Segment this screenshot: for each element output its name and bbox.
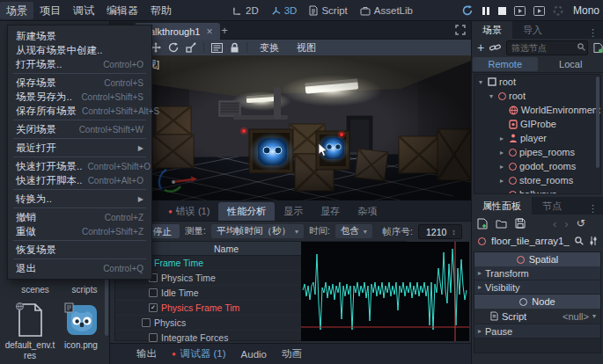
menu-item-save-scene[interactable]: 保存场景Control+S <box>8 76 151 90</box>
tree-item-pipes-rooms[interactable]: ▸ pipes_rooms <box>474 145 600 159</box>
tree-scrollbar[interactable] <box>596 76 599 168</box>
tree-item-godot-rooms[interactable]: ▸ godot_rooms <box>474 159 600 173</box>
expand-icon[interactable]: ▸ <box>497 163 506 171</box>
workspace-3d-button[interactable]: 3D <box>266 5 303 16</box>
profiler-graph[interactable] <box>301 242 469 341</box>
tree-item-worldenvironment[interactable]: WorldEnvironment <box>474 103 600 117</box>
dock-menu-icon[interactable]: ⋮ <box>583 27 603 39</box>
play-scene-button[interactable] <box>514 6 526 16</box>
section-transform[interactable]: ▸ Transform <box>474 266 600 280</box>
measure-dropdown[interactable]: 平均帧时间（秒） ▾ <box>211 224 304 238</box>
output-button[interactable]: 输出 <box>136 347 157 360</box>
load-resource-folder-icon[interactable] <box>496 219 507 229</box>
distraction-free-icon[interactable] <box>455 25 466 35</box>
filter-nodes-input[interactable] <box>506 40 588 55</box>
replay-button[interactable] <box>461 4 474 17</box>
history-back-icon[interactable]: ‹ <box>553 217 556 230</box>
menu-item-new-scene[interactable]: 新建场景 <box>8 29 151 43</box>
menu-item-revert-scene[interactable]: 恢复场景 <box>8 243 151 257</box>
folder-scenes[interactable]: scenes <box>10 285 61 295</box>
menu-debug[interactable]: 调试 <box>67 2 100 19</box>
tree-item-hallways[interactable]: ▸ hallways <box>474 187 600 194</box>
chevron-down-icon[interactable]: ▾ <box>592 312 596 320</box>
section-visibility[interactable]: ▸ Visibility <box>474 280 600 295</box>
workspace-script-button[interactable]: Script <box>304 5 352 16</box>
remote-button[interactable]: Remote <box>473 57 538 71</box>
file-default-env-icon[interactable] <box>16 302 44 338</box>
tab-video-mem[interactable]: 显存 <box>312 202 349 221</box>
folder-scripts[interactable]: scripts <box>59 285 110 295</box>
new-resource-icon[interactable] <box>477 218 488 229</box>
history-forward-icon[interactable]: › <box>564 217 568 230</box>
expand-icon[interactable]: ▸ <box>497 149 506 157</box>
frame-number-spinbox[interactable]: 1210 ↕ <box>418 224 462 239</box>
category-spatial[interactable]: Spatial <box>474 252 600 266</box>
tab-monitors[interactable]: 显示 <box>275 202 312 221</box>
play-custom-scene-button[interactable] <box>533 6 545 16</box>
tree-item-player[interactable]: ▸ player <box>474 131 600 145</box>
tree-item-store-rooms[interactable]: ▸ store_rooms <box>474 173 600 187</box>
file-default-env-label[interactable]: default_env.tres <box>4 340 55 361</box>
search-icon[interactable] <box>575 237 584 245</box>
menu-item-undo[interactable]: 撤销Control+Z <box>8 210 151 224</box>
tab-inspector[interactable]: 属性面板 <box>472 197 532 215</box>
audio-button[interactable]: Audio <box>241 349 267 360</box>
save-resource-icon[interactable] <box>515 218 526 229</box>
tab-profiler[interactable]: 性能分析 <box>218 202 275 221</box>
pause-button[interactable] <box>482 6 490 16</box>
menu-editor[interactable]: 编辑器 <box>100 2 144 19</box>
menu-item-quit[interactable]: 退出Control+Q <box>8 261 151 275</box>
inspector-options-sliders-icon[interactable] <box>589 237 598 245</box>
rotate-tool-icon[interactable] <box>168 42 179 53</box>
menu-item-quick-open-scene[interactable]: 快速打开场景..Control+Shift+O <box>8 159 151 173</box>
workspace-assetlib-button[interactable]: AssetLib <box>355 5 418 16</box>
expand-icon[interactable]: ▸ <box>497 177 506 185</box>
expand-icon[interactable]: ▸ <box>497 191 506 195</box>
menu-item-new-inherited-scene[interactable]: 从现有场景中创建.. <box>8 43 151 57</box>
history-icon[interactable]: ↺ <box>577 217 585 229</box>
menu-item-open-scene[interactable]: 打开场景..Control+O <box>8 57 151 71</box>
tab-misc[interactable]: 杂项 <box>349 202 386 221</box>
menu-item-close-scene[interactable]: 关闭场景Control+Shift+W <box>8 122 151 136</box>
file-icon-png-thumbnail[interactable] <box>64 302 98 336</box>
menu-scene[interactable]: 场景 <box>0 2 33 19</box>
menu-help[interactable]: 帮助 <box>144 2 178 19</box>
lock-icon[interactable] <box>230 42 239 53</box>
checkbox-checked[interactable]: ✓ <box>149 303 158 312</box>
category-node[interactable]: Node <box>474 295 600 309</box>
3d-viewport[interactable]: [透视] <box>110 55 471 200</box>
checkbox[interactable] <box>149 333 158 342</box>
tree-item-root[interactable]: ▾ root <box>474 75 600 89</box>
menu-item-save-all-scenes[interactable]: 保存所有场景Control+Shift+Alt+S <box>8 104 151 118</box>
workspace-2d-button[interactable]: 2D <box>227 5 264 16</box>
stop-button[interactable] <box>498 7 506 15</box>
new-scene-tab-button[interactable]: + <box>217 23 232 38</box>
local-button[interactable]: Local <box>539 56 603 72</box>
close-tab-icon[interactable]: × <box>206 26 212 37</box>
selection-list-icon[interactable] <box>211 43 223 53</box>
scale-tool-icon[interactable] <box>186 42 196 53</box>
debugger-button[interactable]: ● 调试器 (1) <box>172 347 226 360</box>
tab-node[interactable]: 节点 <box>532 197 572 215</box>
menu-project[interactable]: 项目 <box>33 2 67 19</box>
menu-item-save-scene-as[interactable]: 场景另存为..Control+Shift+S <box>8 90 151 104</box>
property-script[interactable]: Script <null> ▾ <box>474 309 600 324</box>
time-dropdown[interactable]: 包含 ▾ <box>335 224 372 238</box>
expand-icon[interactable]: ▸ <box>497 135 506 142</box>
spin-updown-icon[interactable]: ↕ <box>452 228 456 237</box>
tab-errors[interactable]: ● 错误 (1) <box>159 202 218 221</box>
tab-scene-dock[interactable]: 场景 <box>472 21 512 39</box>
tree-item-giprobe[interactable]: GIProbe <box>474 117 600 131</box>
menu-item-open-recent[interactable]: 最近打开▶ <box>8 141 151 155</box>
section-pause[interactable]: ▸ Pause <box>474 324 600 339</box>
checkbox[interactable] <box>142 318 151 327</box>
file-icon-png-label[interactable]: icon.png <box>55 340 107 351</box>
transform-menu[interactable]: 变换 <box>254 41 284 55</box>
collapse-icon[interactable]: ▾ <box>487 92 496 100</box>
collapse-icon[interactable]: ▾ <box>476 78 485 86</box>
menu-item-redo[interactable]: 重做Control+Shift+Z <box>8 224 151 238</box>
attach-script-icon[interactable] <box>593 42 603 54</box>
add-node-button[interactable]: + <box>477 41 484 54</box>
checkbox[interactable] <box>149 288 158 297</box>
dock-menu-icon[interactable]: ⋮ <box>583 203 603 215</box>
